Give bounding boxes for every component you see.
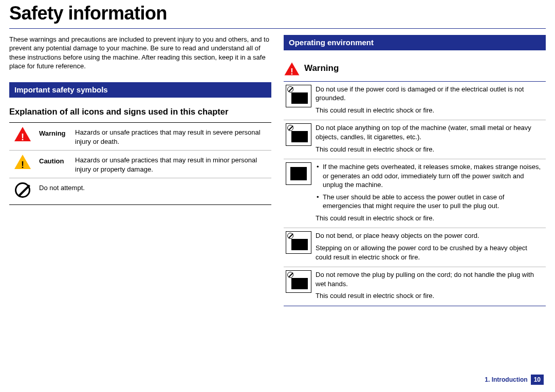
warning-result: This could result in electric shock or f…	[316, 145, 544, 154]
bullet-item: The user should be able to access the po…	[316, 193, 544, 211]
table-row: ! Warning Hazards or unsafe practices th…	[9, 123, 271, 151]
warning-cell: Do not bend, or place heavy objects on t…	[313, 228, 546, 267]
warning-heading-text: Warning	[304, 63, 339, 74]
hazard-icon	[286, 123, 311, 146]
warning-text: Do not bend, or place heavy objects on t…	[316, 231, 544, 240]
section-operating-environment: Operating environment	[284, 35, 546, 50]
symbol-label: Caution	[36, 151, 72, 178]
warning-result: This could result in electric shock or f…	[316, 214, 544, 223]
page-title: Safety information	[0, 0, 555, 28]
warning-cell: Do not use if the power cord is damaged …	[313, 81, 546, 120]
warning-text: Do not place anything on top of the mach…	[316, 123, 544, 141]
hazard-icon	[286, 162, 311, 185]
warning-bullets: If the machine gets overheated, it relea…	[316, 162, 544, 211]
table-row: Do not place anything on top of the mach…	[284, 120, 546, 159]
symbols-table: ! Warning Hazards or unsafe practices th…	[9, 122, 271, 205]
caution-triangle-icon: !	[14, 155, 31, 169]
warning-cell: If the machine gets overheated, it relea…	[313, 159, 546, 228]
warning-cell: Do not place anything on top of the mach…	[313, 120, 546, 159]
table-row: Do not remove the plug by pulling on the…	[284, 267, 546, 306]
two-column-layout: These warnings and precautions are inclu…	[0, 35, 555, 306]
warning-triangle-icon: !	[14, 127, 31, 141]
warning-result: This could result in electric shock or f…	[316, 291, 544, 301]
symbols-subheading: Explanation of all icons and signs used …	[9, 106, 271, 117]
warning-table: Do not use if the power cord is damaged …	[284, 81, 546, 306]
table-row: ! Caution Hazards or unsafe practices th…	[9, 151, 271, 178]
table-row: Do not bend, or place heavy objects on t…	[284, 228, 546, 267]
warning-result: This could result in electric shock or f…	[316, 106, 544, 115]
warning-heading: ! Warning	[284, 62, 546, 76]
page-footer: 1. Introduction 10	[485, 375, 544, 385]
intro-paragraph: These warnings and precautions are inclu…	[9, 35, 271, 71]
section-important-safety-symbols: Important safety symbols	[9, 82, 271, 98]
symbol-label: Warning	[36, 123, 72, 151]
page-number: 10	[531, 375, 544, 385]
table-row: Do not attempt.	[9, 178, 271, 205]
table-row: Do not use if the power cord is damaged …	[284, 81, 546, 120]
warning-cell: Do not remove the plug by pulling on the…	[313, 267, 546, 306]
warning-triangle-icon: !	[285, 62, 300, 75]
footer-chapter: 1. Introduction	[485, 376, 527, 384]
symbol-desc: Do not attempt.	[36, 178, 271, 205]
table-row: If the machine gets overheated, it relea…	[284, 159, 546, 228]
warning-text: Do not remove the plug by pulling on the…	[316, 270, 544, 288]
hazard-icon	[286, 85, 311, 107]
right-column: Operating environment ! Warning Do not u…	[284, 35, 546, 306]
symbol-desc: Hazards or unsafe practices that may res…	[72, 123, 271, 151]
warning-result: Stepping on or allowing the power cord t…	[316, 244, 544, 262]
warning-text: Do not use if the power cord is damaged …	[316, 85, 544, 103]
symbol-desc: Hazards or unsafe practices that may res…	[72, 151, 271, 178]
bullet-item: If the machine gets overheated, it relea…	[316, 162, 544, 190]
title-rule	[9, 28, 546, 29]
hazard-icon	[286, 231, 311, 254]
left-column: These warnings and precautions are inclu…	[9, 35, 271, 306]
prohibit-icon	[15, 182, 30, 198]
hazard-icon	[286, 270, 311, 293]
